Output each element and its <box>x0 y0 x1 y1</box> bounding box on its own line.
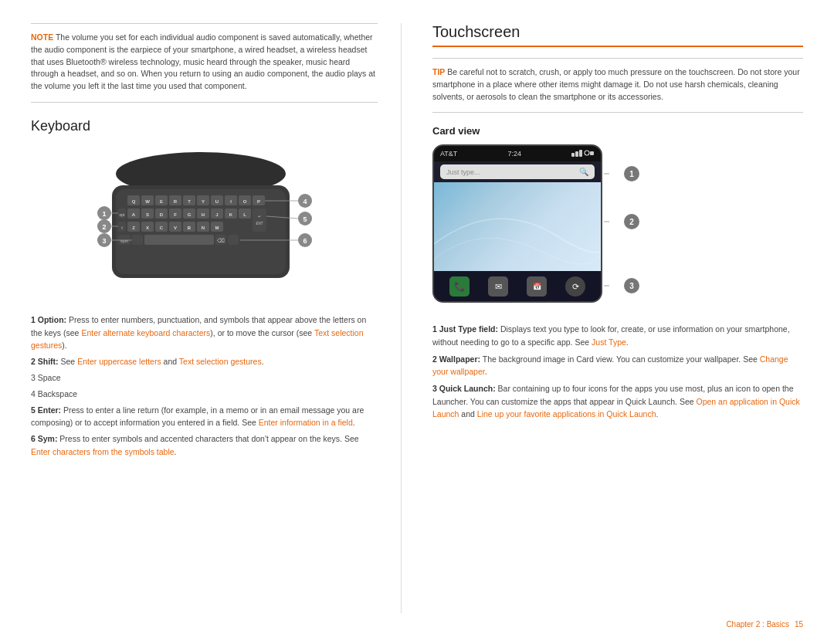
svg-rect-88 <box>575 151 578 157</box>
svg-text:X: X <box>145 225 148 230</box>
ql-launcher-icon: ⟳ <box>565 276 585 297</box>
svg-text:M: M <box>215 225 219 230</box>
svg-text:G: G <box>187 212 191 217</box>
svg-text:J: J <box>215 212 218 217</box>
svg-text:D: D <box>159 212 163 217</box>
search-icon: 🔍 <box>579 168 588 176</box>
svg-text:2: 2 <box>102 223 106 231</box>
chapter-text: Chapter 2 : Basics <box>726 620 789 629</box>
svg-text:E: E <box>159 199 162 204</box>
keyboard-item-4: 4 Backspace <box>31 388 378 401</box>
svg-text:6: 6 <box>303 237 307 245</box>
svg-text:P: P <box>256 199 259 204</box>
link-enter-info[interactable]: Enter information in a field <box>259 418 353 427</box>
page-footer: Chapter 2 : Basics 15 <box>726 620 803 629</box>
svg-rect-91 <box>590 151 594 155</box>
svg-text:V: V <box>173 225 176 230</box>
keyboard-image-area: Q W E R T Y U I O P opt A S D F <box>31 145 378 300</box>
phone-signal <box>571 149 595 158</box>
note-block: NOTE The volume you set for each individ… <box>31 23 378 103</box>
link-symbols-table[interactable]: Enter characters from the symbols table <box>31 447 175 456</box>
link-text-selection-2[interactable]: Text selection gestures <box>179 357 262 366</box>
ql-email-icon: ✉ <box>488 276 508 297</box>
svg-text:↵: ↵ <box>258 214 261 219</box>
svg-rect-43 <box>253 208 266 232</box>
svg-text:Q: Q <box>131 199 135 204</box>
card-view-title: Card view <box>432 125 803 137</box>
svg-rect-64 <box>132 235 143 245</box>
left-column: NOTE The volume you set for each individ… <box>31 23 402 613</box>
svg-text:1: 1 <box>102 210 106 218</box>
svg-text:4: 4 <box>303 198 307 205</box>
tip-text: Be careful not to scratch, crush, or app… <box>432 67 800 101</box>
note-label: NOTE <box>31 32 53 42</box>
svg-text:N: N <box>201 225 204 230</box>
keyboard-item-2: 2 Shift: See Enter uppercase letters and… <box>31 355 378 368</box>
page-number: 15 <box>795 620 803 629</box>
link-alternate-keyboard[interactable]: Enter alternate keyboard characters <box>81 328 210 337</box>
svg-text:⌫: ⌫ <box>217 238 225 243</box>
touchscreen-section-title: Touchscreen <box>432 23 803 47</box>
tip-block: TIP Be careful not to scratch, crush, or… <box>432 58 803 113</box>
svg-text:B: B <box>187 225 191 230</box>
svg-text:ENT: ENT <box>256 222 263 225</box>
svg-rect-87 <box>571 153 575 157</box>
card-view-item-1-bold: 1 Just Type field: <box>432 324 498 334</box>
callout-2: 2 <box>624 214 639 229</box>
svg-rect-90 <box>585 151 589 155</box>
keyboard-item-1-bold: 1 Option: <box>31 315 66 324</box>
phone-wallpaper <box>434 182 601 271</box>
card-view-item-3: 3 Quick Launch: Bar containing up to fou… <box>432 382 803 420</box>
svg-text:W: W <box>145 199 150 204</box>
svg-text:opt: opt <box>119 212 125 217</box>
svg-text:L: L <box>243 212 246 217</box>
note-text: The volume you set for each individual a… <box>31 32 375 90</box>
card-view-section: Card view AT&T 7:24 <box>432 125 803 420</box>
keyboard-item-5: 5 Enter: Press to enter a line return (f… <box>31 404 378 430</box>
svg-text:Y: Y <box>201 199 204 204</box>
svg-text:R: R <box>173 199 177 204</box>
card-view-item-3-bold: 3 Quick Launch: <box>432 384 496 393</box>
svg-text:K: K <box>229 212 232 217</box>
svg-rect-89 <box>579 150 582 157</box>
phone-search-text: Just type... <box>446 168 480 176</box>
keyboard-item-6: 6 Sym: Press to enter symbols and accent… <box>31 432 378 459</box>
phone-status-bar: AT&T 7:24 <box>434 146 601 161</box>
link-uppercase[interactable]: Enter uppercase letters <box>77 357 161 366</box>
link-just-type[interactable]: Just Type <box>592 337 626 347</box>
card-view-item-2-bold: 2 Wallpaper: <box>432 354 480 364</box>
phone-mockup-container: AT&T 7:24 <box>432 144 649 310</box>
svg-rect-65 <box>144 235 214 245</box>
svg-text:S: S <box>145 212 148 217</box>
keyboard-item-3: 3 Space <box>31 371 378 385</box>
svg-text:A: A <box>131 212 135 217</box>
page: NOTE The volume you set for each individ… <box>0 0 834 644</box>
keyboard-items-list: 1 Option: Press to enter numbers, punctu… <box>31 314 378 459</box>
right-column: Touchscreen TIP Be careful not to scratc… <box>402 23 803 613</box>
card-view-item-1: 1 Just Type field: Displays text you typ… <box>432 323 803 348</box>
phone-frame: AT&T 7:24 <box>432 144 602 303</box>
keyboard-item-6-bold: 6 Sym: <box>31 434 57 443</box>
svg-text:O: O <box>242 199 246 204</box>
svg-text:T: T <box>188 199 191 204</box>
svg-text:F: F <box>174 212 177 217</box>
keyboard-illustration: Q W E R T Y U I O P opt A S D F <box>89 151 320 293</box>
phone-quick-launch: 📞 ✉ 📅 ⟳ <box>434 271 601 302</box>
ql-phone-icon: 📞 <box>449 276 470 297</box>
svg-rect-68 <box>228 235 239 245</box>
svg-text:H: H <box>201 212 204 217</box>
svg-text:3: 3 <box>102 237 106 245</box>
svg-text:sym: sym <box>120 239 128 243</box>
ql-calendar-icon: 📅 <box>527 276 547 297</box>
link-line-up-quick-launch[interactable]: Line up your favorite applications in Qu… <box>477 409 656 419</box>
svg-text:5: 5 <box>303 215 307 223</box>
keyboard-item-2-bold: 2 Shift: <box>31 357 59 366</box>
link-change-wallpaper[interactable]: Change your wallpaper <box>432 354 788 376</box>
phone-carrier: AT&T <box>440 150 457 158</box>
phone-search-bar: Just type... 🔍 <box>440 164 595 179</box>
svg-text:C: C <box>159 225 163 230</box>
svg-text:U: U <box>215 199 218 204</box>
tip-label: TIP <box>432 67 445 76</box>
phone-time: 7:24 <box>507 150 521 158</box>
card-view-list: 1 Just Type field: Displays text you typ… <box>432 323 803 420</box>
